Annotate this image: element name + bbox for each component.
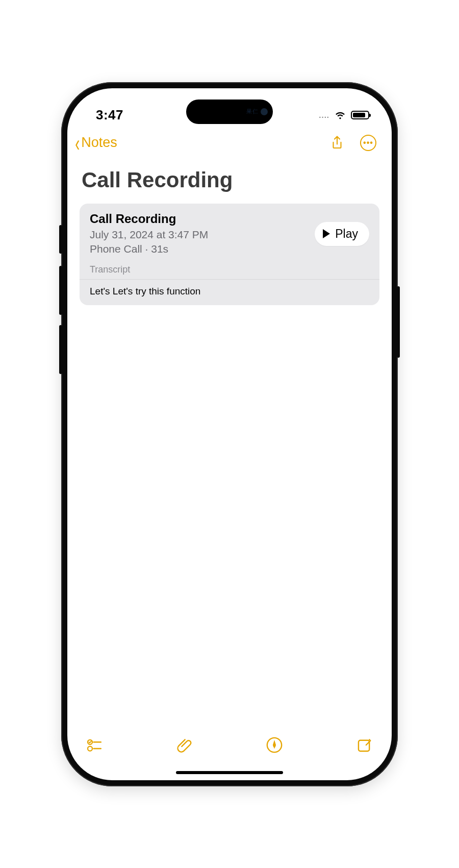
- back-button[interactable]: ‹ Notes: [74, 134, 117, 152]
- checklist-icon: [86, 736, 103, 754]
- battery-fill: [353, 113, 365, 117]
- nav-bar: ‹ Notes •••: [67, 128, 392, 158]
- recording-card: Call Recording July 31, 2024 at 3:47 PM …: [80, 204, 379, 306]
- island-text: 果仁: [246, 108, 259, 115]
- chevron-left-icon: ‹: [75, 131, 80, 154]
- play-button[interactable]: Play: [315, 222, 369, 246]
- volume-down-button: [59, 325, 62, 374]
- attachment-button[interactable]: [175, 735, 194, 755]
- compose-icon: [356, 736, 373, 754]
- ellipsis-icon: •••: [363, 138, 373, 147]
- recording-title: Call Recording: [90, 212, 308, 226]
- camera-dot-icon: [261, 108, 268, 115]
- pen-circle-icon: [266, 736, 283, 754]
- home-indicator[interactable]: [176, 771, 283, 774]
- phone-frame: 果仁 3:47 .... ‹ Notes: [61, 82, 398, 786]
- dynamic-island: 果仁: [186, 100, 273, 124]
- transcript-label: Transcript: [80, 263, 379, 280]
- battery-icon: [351, 111, 369, 119]
- checklist-button[interactable]: [85, 735, 104, 755]
- screen: 果仁 3:47 .... ‹ Notes: [67, 88, 392, 780]
- content-area[interactable]: Call Recording Call Recording July 31, 2…: [67, 158, 392, 729]
- status-time: 3:47: [96, 107, 123, 123]
- recording-date: July 31, 2024 at 3:47 PM: [90, 228, 308, 242]
- page-title: Call Recording: [82, 168, 377, 192]
- more-button[interactable]: •••: [360, 135, 376, 151]
- volume-switch: [59, 225, 62, 254]
- wifi-icon: [335, 110, 346, 121]
- recording-header: Call Recording July 31, 2024 at 3:47 PM …: [80, 204, 379, 264]
- cellular-dots-icon: ....: [319, 111, 329, 119]
- paperclip-icon: [176, 736, 193, 754]
- power-button: [397, 286, 400, 358]
- volume-up-button: [59, 266, 62, 315]
- status-right: ....: [319, 110, 369, 121]
- recording-meta: Call Recording July 31, 2024 at 3:47 PM …: [90, 212, 308, 257]
- play-label: Play: [335, 227, 358, 241]
- transcript-text: Let's Let's try this function: [80, 280, 379, 305]
- nav-actions: •••: [329, 135, 376, 151]
- svg-point-2: [88, 746, 92, 751]
- compose-button[interactable]: [355, 735, 374, 755]
- svg-rect-5: [359, 740, 369, 751]
- play-icon: [323, 229, 330, 238]
- share-icon[interactable]: [329, 135, 345, 151]
- back-label: Notes: [81, 135, 117, 151]
- markup-button[interactable]: [265, 735, 284, 755]
- recording-duration: Phone Call · 31s: [90, 242, 308, 256]
